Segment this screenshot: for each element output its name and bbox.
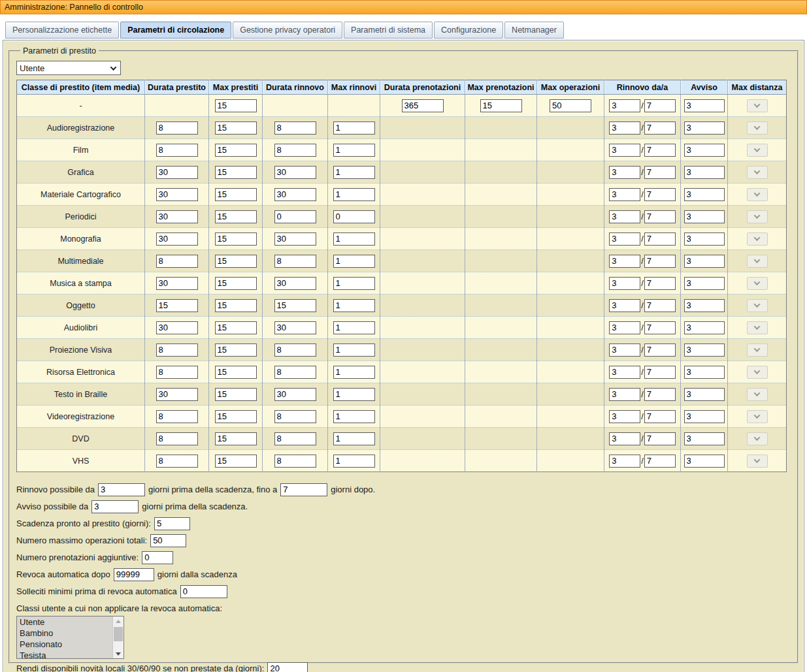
list-item-bambino[interactable]: Bambino	[17, 628, 112, 639]
durata-prestito-input[interactable]	[156, 188, 198, 201]
durata-rinnovo-input[interactable]	[274, 455, 316, 468]
durata-rinnovo-input[interactable]	[274, 121, 316, 135]
max-prestiti-input[interactable]	[215, 432, 257, 445]
rinnovo-da-input[interactable]	[609, 432, 640, 445]
rinnovo-a-input[interactable]	[644, 255, 676, 268]
max-rinnovi-input[interactable]	[333, 144, 375, 157]
rinnovo-a-input[interactable]	[644, 277, 676, 290]
max-distanza-select[interactable]	[747, 277, 768, 290]
scrollbar-track[interactable]	[113, 626, 124, 649]
list-item-utente[interactable]: Utente	[17, 617, 112, 628]
durata-prestito-input[interactable]	[156, 144, 198, 157]
avviso-input[interactable]	[684, 366, 725, 379]
user-classes-listbox[interactable]: Utente Bambino Pensionato Tesista	[16, 616, 124, 659]
rinnovo-da-input[interactable]	[609, 232, 640, 246]
max-rinnovi-input[interactable]	[333, 188, 375, 201]
max-rinnovi-input[interactable]	[333, 366, 375, 379]
rinnovo-da-input[interactable]	[609, 277, 640, 290]
avviso-input[interactable]	[684, 210, 725, 223]
avviso-input[interactable]	[684, 166, 725, 179]
max-distanza-select[interactable]	[747, 144, 768, 157]
rinnovo-da-input[interactable]	[609, 121, 640, 135]
durata-rinnovo-input[interactable]	[274, 410, 316, 423]
durata-rinnovo-input[interactable]	[274, 388, 316, 401]
max-prestiti-input[interactable]	[215, 232, 257, 246]
avviso-input[interactable]	[684, 321, 725, 334]
avviso-input[interactable]	[684, 432, 725, 445]
max-rinnovi-input[interactable]	[333, 455, 375, 468]
max-operazioni-totali-input[interactable]	[150, 534, 186, 547]
max-prestiti-input[interactable]	[215, 299, 257, 312]
rinnovo-a-input[interactable]	[644, 410, 676, 423]
max-distanza-select[interactable]	[747, 232, 768, 246]
max-prestiti-input[interactable]	[215, 210, 257, 223]
max-rinnovi-input[interactable]	[333, 121, 375, 135]
max-rinnovi-input[interactable]	[333, 232, 375, 246]
avviso-input[interactable]	[684, 455, 725, 468]
durata-prestito-input[interactable]	[156, 255, 198, 268]
tab-gestione-privacy-operatori[interactable]: Gestione privacy operatori	[233, 22, 342, 39]
max-distanza-select[interactable]	[747, 99, 768, 112]
avviso-input[interactable]	[684, 388, 725, 401]
max-distanza-select[interactable]	[747, 388, 768, 401]
avviso-input[interactable]	[684, 232, 725, 246]
max-distanza-select[interactable]	[747, 432, 768, 445]
max-prestiti-input[interactable]	[215, 255, 257, 268]
rinnovo-a-input[interactable]	[644, 366, 676, 379]
tab-configurazione[interactable]: Configurazione	[434, 22, 503, 39]
rinnovo-fino-giorni-input[interactable]	[280, 483, 327, 496]
rinnovo-a-input[interactable]	[644, 99, 676, 112]
rinnovo-da-input[interactable]	[609, 299, 640, 312]
max-distanza-select[interactable]	[747, 321, 768, 334]
rinnovo-da-input[interactable]	[609, 366, 640, 379]
scroll-up-arrow-icon[interactable]	[113, 616, 124, 626]
rinnovo-a-input[interactable]	[644, 321, 676, 334]
scrollbar-thumb[interactable]	[114, 627, 123, 641]
max-rinnovi-input[interactable]	[333, 255, 375, 268]
list-item-pensionato[interactable]: Pensionato	[17, 639, 112, 650]
max-rinnovi-input[interactable]	[333, 166, 375, 179]
avviso-input[interactable]	[684, 144, 725, 157]
rinnovo-a-input[interactable]	[644, 455, 676, 468]
durata-rinnovo-input[interactable]	[274, 210, 316, 223]
rinnovo-da-input[interactable]	[609, 410, 640, 423]
revoca-automatica-giorni-input[interactable]	[114, 568, 154, 581]
tab-netmanager[interactable]: Netmanager	[504, 22, 564, 39]
max-operazioni-input[interactable]	[550, 99, 591, 112]
max-prestiti-input[interactable]	[215, 277, 257, 290]
durata-prestito-input[interactable]	[156, 410, 198, 423]
solleciti-minimi-input[interactable]	[180, 585, 227, 598]
max-prestiti-input[interactable]	[215, 388, 257, 401]
durata-rinnovo-input[interactable]	[274, 255, 316, 268]
durata-rinnovo-input[interactable]	[274, 166, 316, 179]
max-prestiti-input[interactable]	[215, 321, 257, 334]
durata-prestito-input[interactable]	[156, 232, 198, 246]
durata-prestito-input[interactable]	[156, 455, 198, 468]
rinnovo-da-input[interactable]	[609, 344, 640, 357]
max-prestiti-input[interactable]	[215, 410, 257, 423]
durata-rinnovo-input[interactable]	[274, 344, 316, 357]
scroll-down-arrow-icon[interactable]	[113, 649, 124, 658]
avviso-input[interactable]	[684, 188, 725, 201]
max-distanza-select[interactable]	[747, 366, 768, 379]
scadenza-pronto-input[interactable]	[154, 517, 190, 530]
prenotazioni-aggiuntive-input[interactable]	[142, 551, 173, 564]
durata-rinnovo-input[interactable]	[274, 232, 316, 246]
tab-parametri-di-circolazione[interactable]: Parametri di circolazione	[120, 22, 231, 39]
avviso-input[interactable]	[684, 255, 725, 268]
max-distanza-select[interactable]	[747, 166, 768, 179]
avviso-input[interactable]	[684, 299, 725, 312]
avviso-input[interactable]	[684, 410, 725, 423]
rinnovo-a-input[interactable]	[644, 432, 676, 445]
durata-prestito-input[interactable]	[156, 432, 198, 445]
rinnovo-a-input[interactable]	[644, 299, 676, 312]
durata-rinnovo-input[interactable]	[274, 299, 316, 312]
durata-rinnovo-input[interactable]	[274, 432, 316, 445]
avviso-input[interactable]	[684, 99, 725, 112]
max-prestiti-input[interactable]	[215, 121, 257, 135]
max-prestiti-input[interactable]	[215, 166, 257, 179]
max-prestiti-input[interactable]	[215, 144, 257, 157]
rinnovo-da-input[interactable]	[609, 144, 640, 157]
durata-prestito-input[interactable]	[156, 321, 198, 334]
durata-prestito-input[interactable]	[156, 388, 198, 401]
